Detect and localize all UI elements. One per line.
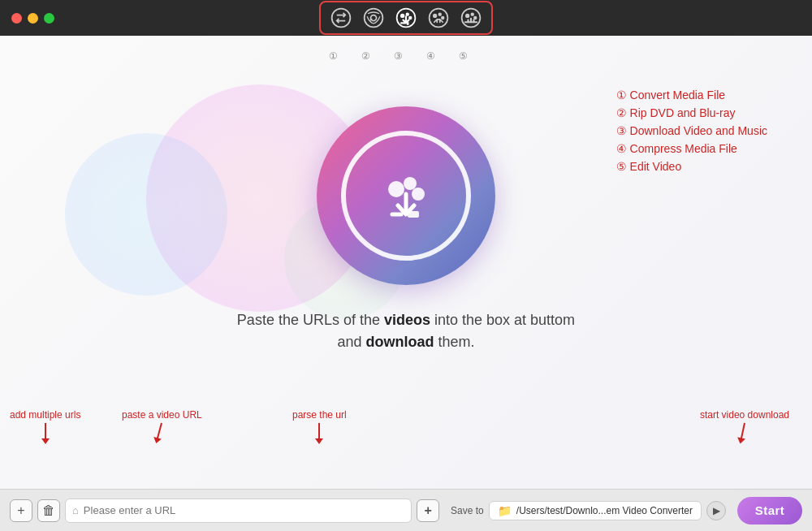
annotations-area: add multiple urls paste a video URL pars… bbox=[0, 409, 812, 458]
toolbar-download-icon[interactable] bbox=[394, 6, 418, 30]
url-input[interactable] bbox=[84, 504, 404, 516]
main-app-icon bbox=[317, 106, 495, 285]
arrow-start-download bbox=[741, 423, 745, 439]
arrow-add-urls bbox=[45, 423, 46, 439]
svg-marker-9 bbox=[407, 22, 409, 25]
arrow-parse-url bbox=[318, 423, 320, 439]
bottom-bar: + 🗑 ⌂ + Save to 📁 /Users/test/Downlo...e… bbox=[0, 489, 812, 531]
icon-num-3: ③ bbox=[386, 50, 410, 62]
save-to-label: Save to bbox=[451, 505, 484, 516]
feature-item-2: ② Rip DVD and Blu-ray bbox=[616, 106, 767, 119]
save-path-button[interactable]: 📁 /Users/test/Downlo...em Video Converte… bbox=[489, 501, 702, 520]
traffic-lights bbox=[11, 13, 54, 24]
url-input-wrapper: ⌂ bbox=[65, 499, 412, 523]
titlebar bbox=[0, 0, 812, 36]
svg-point-6 bbox=[406, 12, 409, 15]
svg-point-10 bbox=[430, 9, 448, 28]
start-download-button[interactable]: Start bbox=[737, 497, 802, 525]
svg-point-15 bbox=[465, 14, 469, 18]
annotation-start-download: start video download bbox=[700, 409, 789, 439]
main-content: ① ② ③ ④ ⑤ ① Convert Media File ② Rip DVD… bbox=[0, 36, 812, 531]
toolbar-edit-icon[interactable] bbox=[459, 6, 483, 30]
feature-list: ① Convert Media File ② Rip DVD and Blu-r… bbox=[616, 88, 767, 173]
svg-point-13 bbox=[441, 16, 444, 19]
maximize-button[interactable] bbox=[44, 13, 54, 24]
toolbar-convert-icon[interactable] bbox=[329, 6, 353, 30]
icon-num-2: ② bbox=[353, 50, 378, 62]
svg-point-12 bbox=[438, 12, 442, 15]
svg-point-1 bbox=[365, 9, 383, 28]
feature-item-4: ④ Compress Media File bbox=[616, 142, 767, 155]
svg-point-22 bbox=[388, 181, 404, 197]
arrow-paste-url bbox=[157, 423, 162, 439]
toolbar-compress-icon[interactable] bbox=[426, 6, 451, 30]
folder-icon: 📁 bbox=[498, 504, 512, 517]
parse-url-button[interactable]: + bbox=[417, 499, 439, 522]
add-icon: + bbox=[17, 503, 24, 518]
svg-point-5 bbox=[400, 14, 404, 18]
feature-item-5: ⑤ Edit Video bbox=[616, 160, 767, 173]
toolbar-rip-dvd-icon[interactable] bbox=[361, 6, 386, 30]
annotation-paste-url: paste a video URL bbox=[122, 409, 202, 439]
svg-point-17 bbox=[473, 16, 477, 19]
url-icon: ⌂ bbox=[72, 504, 79, 516]
arrow-right-icon: ▶ bbox=[713, 505, 720, 516]
add-url-button[interactable]: + bbox=[10, 499, 32, 522]
open-save-folder-button[interactable]: ▶ bbox=[706, 501, 726, 520]
feature-item-3: ③ Download Video and Music bbox=[616, 124, 767, 137]
delete-url-button[interactable]: 🗑 bbox=[37, 499, 60, 522]
instruction-text: Paste the URLs of the videos into the bo… bbox=[237, 309, 575, 353]
bg-blob-blue bbox=[65, 133, 227, 296]
annotation-add-urls: add multiple urls bbox=[10, 409, 80, 439]
svg-point-24 bbox=[412, 188, 425, 201]
svg-point-23 bbox=[404, 177, 417, 190]
icon-numbers-row: ① ② ③ ④ ⑤ bbox=[264, 36, 532, 62]
svg-point-16 bbox=[471, 12, 474, 15]
feature-item-1: ① Convert Media File bbox=[616, 88, 767, 101]
close-button[interactable] bbox=[11, 13, 22, 24]
svg-rect-27 bbox=[408, 211, 419, 218]
annotation-parse-url: parse the url bbox=[292, 409, 347, 439]
svg-point-7 bbox=[408, 16, 412, 19]
icon-num-4: ④ bbox=[418, 50, 443, 62]
main-icon-inner bbox=[341, 131, 471, 261]
save-path-text: /Users/test/Downlo...em Video Converter bbox=[516, 505, 693, 516]
svg-point-11 bbox=[433, 14, 437, 18]
icon-num-1: ① bbox=[321, 50, 345, 62]
save-to-section: Save to 📁 /Users/test/Downlo...em Video … bbox=[444, 501, 732, 520]
svg-point-0 bbox=[332, 9, 351, 28]
trash-icon: 🗑 bbox=[42, 503, 55, 518]
icon-num-5: ⑤ bbox=[451, 50, 475, 62]
toolbar bbox=[319, 1, 493, 35]
minimize-button[interactable] bbox=[28, 13, 38, 24]
svg-rect-8 bbox=[400, 22, 406, 24]
